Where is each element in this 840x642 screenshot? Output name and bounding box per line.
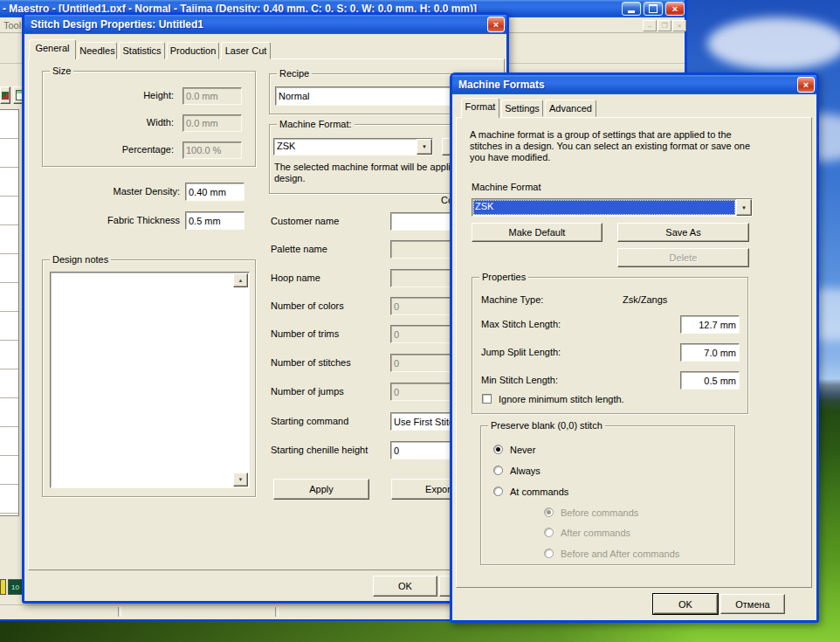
status-divider <box>118 607 121 617</box>
ok-button[interactable]: OK <box>373 576 437 597</box>
fabric-thickness-label: Fabric Thickness <box>42 215 180 226</box>
stitch-dialog-close-button[interactable]: × <box>487 17 505 32</box>
stitch-design-properties-dialog: Stitch Design Properties: Untitled1 × Ge… <box>22 12 509 604</box>
number-of-stitches-label: Number of stitches <box>271 357 351 369</box>
chevron-down-icon[interactable]: ▼ <box>417 139 432 155</box>
stitch-dialog-title: Stitch Design Properties: Untitled1 <box>31 18 203 31</box>
close-icon: × <box>803 79 809 90</box>
master-density-label: Master Density: <box>42 186 180 197</box>
machine-format-group-label: Machine Format: <box>277 119 355 130</box>
make-default-button[interactable]: Make Default <box>472 223 602 242</box>
scroll-down-button[interactable]: ▼ <box>233 473 248 487</box>
jump-split-length-field[interactable] <box>680 343 740 362</box>
master-density-field[interactable] <box>185 183 244 201</box>
tab-statistics[interactable]: Statistics <box>119 42 165 59</box>
ignore-min-stitch-label: Ignore minimum stitch length. <box>499 394 624 405</box>
apply-button[interactable]: Apply <box>273 479 369 500</box>
ignore-min-stitch-checkbox[interactable] <box>482 394 492 404</box>
machine-formats-close-button[interactable]: × <box>797 77 815 93</box>
machine-format-combobox[interactable]: ZSK ▼ <box>273 138 433 155</box>
toolbar-button[interactable] <box>0 86 10 104</box>
hoop-name-label: Hoop name <box>271 273 320 284</box>
design-notes-textarea[interactable]: ▲ ▼ <box>50 272 250 488</box>
percentage-label: Percentage: <box>45 144 174 155</box>
width-field <box>182 114 242 132</box>
scroll-down-icon: ▼ <box>238 477 244 482</box>
max-stitch-length-field[interactable] <box>680 315 740 334</box>
radio-after-commands <box>544 528 554 537</box>
mf-description-line1: A machine format is a group of settings … <box>470 129 732 141</box>
radio-before-commands <box>544 507 554 517</box>
starting-command-label: Starting command <box>271 416 348 427</box>
min-stitch-length-label: Min Stitch Length: <box>481 375 558 386</box>
preserve-blank-group-label: Preserve blank (0,0) stitch <box>488 420 605 431</box>
minimize-icon <box>628 10 635 13</box>
machine-formats-title-bar[interactable]: Machine Formats <box>452 75 816 94</box>
chevron-down-icon[interactable]: ▼ <box>736 199 752 216</box>
color-palette-list[interactable] <box>0 109 19 516</box>
cloud <box>707 17 840 70</box>
starting-chenille-height-label: Starting chenille height <box>271 445 368 456</box>
height-label: Height: <box>45 90 174 101</box>
tab-production[interactable]: Production <box>167 42 219 59</box>
tab-settings[interactable]: Settings <box>501 100 543 117</box>
radio-at-commands-label[interactable]: At commands <box>510 487 568 498</box>
size-group-label: Size <box>50 66 73 77</box>
tab-needles[interactable]: Needles <box>78 42 117 59</box>
mf-description-line2: stitches in a design. You can select an … <box>470 141 750 152</box>
palette-name-label: Palette name <box>271 244 327 255</box>
maximize-button[interactable] <box>644 2 663 16</box>
min-stitch-length-field[interactable] <box>680 371 740 390</box>
mf-cancel-button[interactable]: Отмена <box>720 594 785 614</box>
save-as-button[interactable]: Save As <box>617 223 749 242</box>
close-icon: × <box>672 3 678 14</box>
number-of-trims-label: Number of trims <box>271 328 339 340</box>
tab-format[interactable]: Format <box>461 98 499 118</box>
minimize-button[interactable] <box>622 2 641 16</box>
fabric-thickness-field[interactable] <box>185 211 244 230</box>
max-stitch-length-label: Max Stitch Length: <box>481 319 561 330</box>
radio-never-label[interactable]: Never <box>510 445 535 456</box>
mf-machine-format-selected: ZSK <box>473 200 735 215</box>
scroll-up-icon: ▲ <box>238 278 244 283</box>
radio-at-commands[interactable] <box>493 487 503 496</box>
machine-type-label: Machine Type: <box>481 294 543 306</box>
palette-chip-green[interactable]: 10 <box>8 579 23 595</box>
tab-laser-cut[interactable]: Laser Cut <box>221 42 271 59</box>
width-label: Width: <box>45 117 174 128</box>
radio-never[interactable] <box>493 445 503 454</box>
machine-type-value: Zsk/Zangs <box>623 294 667 306</box>
machine-formats-body: Format Settings Advanced A machine forma… <box>452 94 816 620</box>
size-group: Size Height: Width: Percentage: <box>42 71 256 167</box>
jump-split-length-label: Jump Split Length: <box>481 347 561 358</box>
stitch-dialog-title-bar[interactable]: Stitch Design Properties: Untitled1 <box>24 15 506 34</box>
radio-always[interactable] <box>493 466 503 475</box>
mdi-restore-button[interactable]: ❐ <box>658 20 671 31</box>
tab-advanced[interactable]: Advanced <box>545 100 596 117</box>
close-icon: × <box>493 19 499 30</box>
machine-format-selected: ZSK <box>274 139 417 155</box>
mdi-close-button[interactable]: × <box>672 20 686 31</box>
radio-before-commands-label: Before commands <box>561 507 638 519</box>
customer-name-label: Customer name <box>271 216 339 227</box>
percentage-field <box>182 142 242 159</box>
properties-group: Properties Machine Type: Zsk/Zangs Max S… <box>472 277 748 414</box>
tool-icon <box>2 92 9 100</box>
close-button[interactable]: × <box>665 2 685 16</box>
maximize-icon <box>649 4 658 13</box>
radio-before-after-commands <box>544 549 554 558</box>
mf-machine-format-combobox[interactable]: ZSK ▼ <box>472 198 753 217</box>
delete-button: Delete <box>617 248 749 267</box>
mdi-minimize-button[interactable]: – <box>643 20 657 31</box>
stitch-dialog-body: General Needles Statistics Production La… <box>24 34 506 601</box>
number-of-jumps-label: Number of jumps <box>271 386 344 397</box>
palette-chip-yellow[interactable] <box>0 579 6 595</box>
recipe-group-label: Recipe <box>277 68 312 79</box>
tab-general[interactable]: General <box>29 39 76 59</box>
mf-ok-button[interactable]: OK <box>653 594 718 614</box>
status-divider <box>275 607 279 617</box>
scroll-up-button[interactable]: ▲ <box>233 273 248 287</box>
desktop: - Maestro - [Untitled1.pxf - Normal - Ta… <box>0 0 840 642</box>
design-notes-group: Design notes ▲ ▼ <box>42 259 256 497</box>
radio-always-label[interactable]: Always <box>510 466 540 477</box>
